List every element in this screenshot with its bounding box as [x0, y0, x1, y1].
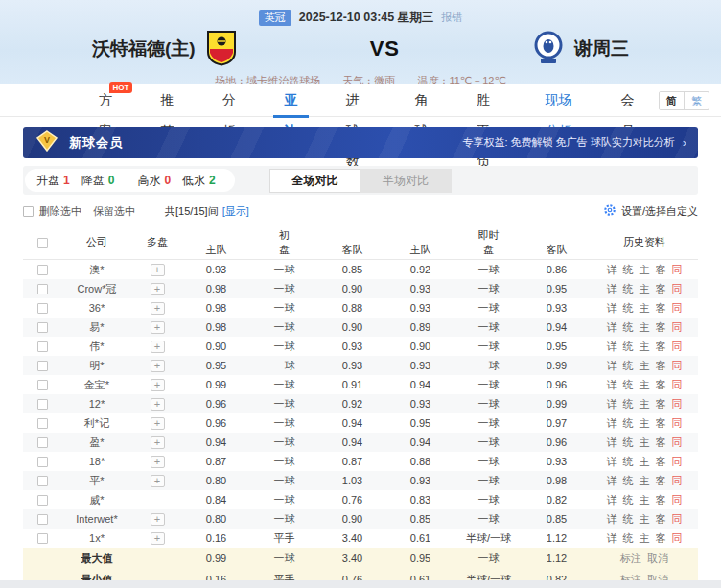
- history-link[interactable]: 主: [640, 513, 650, 525]
- keep-selected-link[interactable]: 保留选中: [93, 204, 135, 219]
- row-checkbox[interactable]: [37, 437, 48, 448]
- expand-multi-button[interactable]: +: [151, 436, 165, 449]
- company-name[interactable]: 金宝*: [61, 378, 132, 392]
- row-checkbox[interactable]: [37, 341, 48, 352]
- company-name[interactable]: 1x*: [61, 532, 132, 544]
- history-link[interactable]: 主: [640, 264, 650, 275]
- row-checkbox[interactable]: [37, 495, 48, 506]
- history-link[interactable]: 详: [607, 360, 617, 371]
- history-link[interactable]: 同: [672, 283, 683, 294]
- history-link[interactable]: 统: [623, 475, 634, 486]
- history-link[interactable]: 同: [672, 341, 683, 352]
- row-checkbox[interactable]: [37, 303, 48, 314]
- history-link[interactable]: 客: [656, 321, 666, 333]
- vip-banner[interactable]: V 新球会员 专享权益: 免费解锁 免广告 球队实力对比分析 ›: [23, 127, 698, 158]
- history-link[interactable]: 详: [607, 456, 617, 467]
- company-name[interactable]: 12*: [61, 398, 132, 410]
- history-link[interactable]: 统: [623, 456, 634, 467]
- expand-multi-button[interactable]: +: [151, 532, 165, 545]
- expand-multi-button[interactable]: +: [151, 341, 165, 353]
- history-link[interactable]: 同: [672, 264, 683, 275]
- history-link[interactable]: 同: [672, 456, 683, 467]
- row-checkbox[interactable]: [37, 533, 48, 544]
- row-checkbox[interactable]: [37, 284, 48, 294]
- report-error-link[interactable]: 报错: [441, 11, 462, 25]
- history-link[interactable]: 同: [672, 321, 683, 333]
- expand-multi-button[interactable]: +: [151, 360, 165, 372]
- company-name[interactable]: Interwet*: [61, 513, 132, 525]
- tab-half-match-compare[interactable]: 半场对比: [360, 169, 452, 193]
- summary-action-link[interactable]: 取消: [647, 553, 668, 564]
- row-checkbox[interactable]: [37, 265, 48, 275]
- history-link[interactable]: 客: [656, 513, 666, 525]
- row-checkbox[interactable]: [37, 457, 48, 467]
- expand-multi-button[interactable]: +: [151, 513, 165, 526]
- history-link[interactable]: 同: [672, 513, 683, 525]
- company-name[interactable]: 18*: [61, 456, 132, 467]
- history-link[interactable]: 同: [672, 379, 683, 390]
- history-link[interactable]: 统: [623, 398, 634, 410]
- company-name[interactable]: 易*: [61, 320, 132, 335]
- expand-multi-button[interactable]: +: [151, 321, 165, 334]
- history-link[interactable]: 统: [623, 302, 634, 314]
- history-link[interactable]: 客: [656, 283, 666, 294]
- history-link[interactable]: 主: [640, 398, 650, 410]
- history-link[interactable]: 同: [672, 494, 683, 506]
- history-link[interactable]: 同: [672, 302, 683, 314]
- history-link[interactable]: 统: [623, 532, 634, 544]
- history-link[interactable]: 统: [623, 283, 634, 294]
- history-link[interactable]: 客: [656, 398, 666, 410]
- history-link[interactable]: 统: [623, 513, 634, 525]
- history-link[interactable]: 统: [623, 436, 634, 448]
- history-link[interactable]: 详: [607, 532, 617, 544]
- history-link[interactable]: 详: [607, 302, 617, 314]
- history-link[interactable]: 客: [656, 436, 666, 448]
- history-link[interactable]: 主: [640, 379, 650, 390]
- company-name[interactable]: 36*: [61, 302, 132, 314]
- tab-corners[interactable]: 角球: [391, 84, 453, 117]
- company-name[interactable]: 明*: [61, 359, 132, 373]
- show-link[interactable]: [显示]: [222, 204, 249, 219]
- row-checkbox[interactable]: [37, 418, 48, 429]
- tab-goals[interactable]: 进球数: [322, 84, 391, 117]
- company-name[interactable]: 伟*: [61, 340, 132, 354]
- expand-multi-button[interactable]: +: [151, 398, 165, 411]
- history-link[interactable]: 客: [656, 302, 666, 314]
- history-link[interactable]: 客: [656, 456, 666, 467]
- expand-multi-button[interactable]: +: [151, 283, 165, 295]
- history-link[interactable]: 同: [672, 360, 683, 371]
- tab-analysis[interactable]: 分析: [198, 84, 260, 117]
- history-link[interactable]: 客: [656, 494, 666, 506]
- history-link[interactable]: 详: [607, 494, 617, 506]
- select-all-checkbox[interactable]: [23, 206, 34, 217]
- lang-simplified-button[interactable]: 简: [660, 92, 685, 109]
- history-link[interactable]: 客: [656, 417, 666, 429]
- history-link[interactable]: 统: [623, 494, 634, 506]
- history-link[interactable]: 详: [607, 283, 617, 294]
- history-link[interactable]: 客: [656, 360, 666, 371]
- lang-traditional-button[interactable]: 繁: [685, 92, 709, 109]
- tab-recommend[interactable]: 推荐: [136, 84, 198, 117]
- tab-plans[interactable]: 方案 HOT: [75, 84, 136, 117]
- row-checkbox[interactable]: [37, 322, 48, 333]
- history-link[interactable]: 主: [640, 302, 650, 314]
- history-link[interactable]: 同: [672, 417, 683, 429]
- history-link[interactable]: 统: [623, 417, 634, 429]
- history-link[interactable]: 同: [672, 436, 683, 448]
- history-link[interactable]: 主: [640, 532, 650, 544]
- company-name[interactable]: Crow*冠: [61, 282, 132, 296]
- history-link[interactable]: 详: [607, 398, 617, 410]
- history-link[interactable]: 客: [656, 532, 666, 544]
- company-name[interactable]: 利*记: [61, 416, 132, 431]
- history-link[interactable]: 详: [607, 417, 617, 429]
- row-checkbox[interactable]: [37, 399, 48, 410]
- delete-selected-link[interactable]: 删除选中: [39, 204, 81, 219]
- history-link[interactable]: 客: [656, 475, 666, 486]
- history-link[interactable]: 详: [607, 475, 617, 486]
- history-link[interactable]: 同: [672, 398, 683, 410]
- history-link[interactable]: 统: [623, 264, 634, 275]
- tab-membership[interactable]: 会员: [597, 84, 659, 117]
- expand-multi-button[interactable]: +: [151, 417, 165, 430]
- history-link[interactable]: 客: [656, 264, 666, 275]
- history-link[interactable]: 详: [607, 341, 617, 352]
